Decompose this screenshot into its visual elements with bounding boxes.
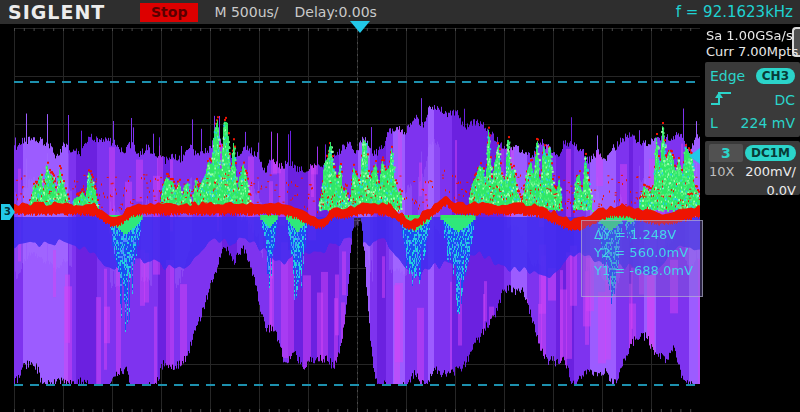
trigger-level-marker[interactable] [689,148,700,164]
memory-depth-readout: Curr 7.00Mpts [706,44,798,59]
sample-rate-readout: Sa 1.00GSa/s [706,28,793,43]
oscilloscope-screen: SIGLENT Stop M 500us/ Delay:0.00s f = 92… [0,0,800,412]
top-status-bar: SIGLENT Stop M 500us/ Delay:0.00s f = 92… [0,0,800,24]
cursor-delta-y-readout: ΔY = 1.248V [594,226,702,244]
trigger-info-panel[interactable]: Edge CH3 DC L 224 mV [705,62,800,137]
trigger-level-label: L [710,115,718,131]
trigger-position-marker[interactable] [350,21,370,33]
cursor-y2-readout: Y2 = 560.0mV [594,244,702,262]
channel3-ground-marker[interactable]: 3 [1,204,15,220]
delay-readout[interactable]: Delay:0.00s [295,4,377,20]
trigger-type-label: Edge [710,68,745,84]
channel-scale-readout: 200mV/ [745,164,796,179]
acquisition-status-badge[interactable]: Stop [140,3,198,22]
channel3-info-panel[interactable]: 3 DC1M 10X 200mV/ 0.0V [705,141,800,195]
timebase-readout[interactable]: M 500us/ [214,4,278,20]
brand-logo: SIGLENT [8,1,130,23]
frequency-counter: f = 92.1623kHz [676,3,793,21]
channel-coupling-badge[interactable]: DC1M [745,145,796,161]
trigger-coupling-label: DC [774,92,795,108]
trigger-source-badge[interactable]: CH3 [756,68,795,84]
channel-number-tab[interactable]: 3 [709,144,743,162]
cursor-y1-readout: Y1 = -688.0mV [594,262,702,280]
channel-offset-readout: 0.0V [766,183,796,198]
probe-attenuation-label: 10X [709,164,734,179]
rising-edge-icon [710,89,732,111]
trigger-level-value: 224 mV [741,115,795,131]
cursor-measurement-panel: ΔY = 1.248V Y2 = 560.0mV Y1 = -688.0mV [581,220,703,297]
